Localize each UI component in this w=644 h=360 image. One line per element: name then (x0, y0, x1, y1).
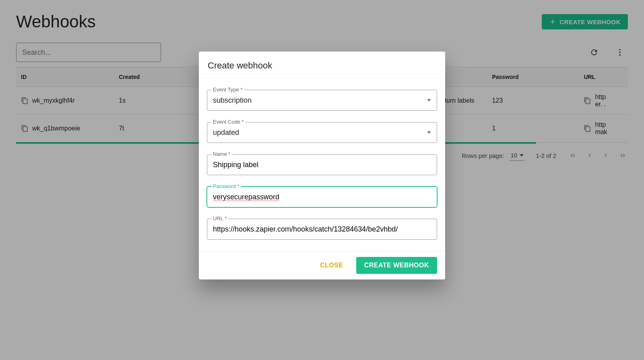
event-code-select[interactable]: Event Code * updated (207, 122, 437, 143)
chevron-down-icon (427, 99, 431, 101)
event-type-select[interactable]: Event Type * subscription (207, 90, 437, 111)
close-button[interactable]: CLOSE (314, 257, 349, 274)
modal-overlay[interactable]: Create webhook Event Type * subscription… (0, 0, 644, 360)
create-webhook-dialog: Create webhook Event Type * subscription… (199, 52, 445, 279)
password-label: Password * (211, 183, 241, 189)
url-label: URL * (211, 215, 228, 221)
name-input[interactable] (213, 161, 431, 169)
password-field-wrap: Password * (207, 186, 437, 207)
event-code-label: Event Code * (211, 119, 246, 125)
name-field-wrap: Name * (207, 154, 437, 175)
chevron-down-icon (427, 131, 431, 134)
name-label: Name * (211, 151, 232, 157)
url-input[interactable] (213, 225, 431, 234)
dialog-title: Create webhook (199, 52, 445, 79)
create-webhook-submit[interactable]: CREATE WEBHOOK (356, 257, 437, 274)
password-input[interactable] (213, 193, 431, 201)
event-type-value: subscription (213, 96, 424, 105)
event-code-value: updated (213, 128, 424, 137)
event-type-label: Event Type * (211, 87, 244, 93)
url-field-wrap: URL * (207, 219, 437, 240)
